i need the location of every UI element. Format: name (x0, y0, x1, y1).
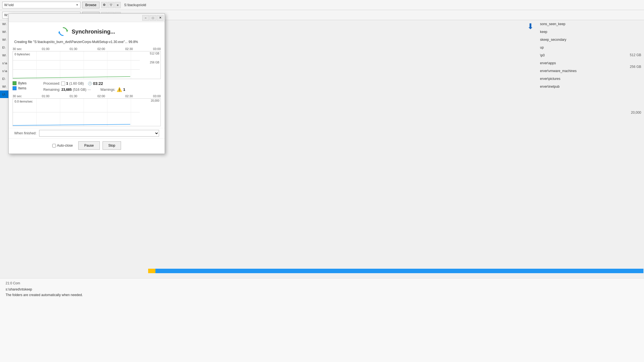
bytes-chart-x-labels: 30 sec 01:00 01:30 02:00 02:30 03:00 (13, 47, 161, 51)
processed-row: Processed: 1 (1.60 GB) 🕐 03:22 (43, 81, 161, 86)
path-row-1: W:\old ▼ Browse ⚙ ▽ ≡ S:\backups\old (0, 0, 644, 10)
items-legend-box (13, 86, 16, 90)
auto-close-label[interactable]: Auto-close (57, 144, 73, 147)
minimize-button[interactable]: − (142, 15, 149, 21)
blue-progress (155, 269, 643, 273)
legend-area: Bytes Items (13, 81, 43, 90)
file-icon (61, 82, 65, 85)
maximize-button[interactable]: □ (150, 15, 156, 21)
bytes-chart: 0 bytes/sec 512 GB 256 GB (13, 51, 161, 79)
left-path-input-1[interactable]: W:\old ▼ (2, 2, 80, 8)
items-chart-x-labels: 30 sec 01:00 01:30 02:00 02:30 03:00 (13, 94, 161, 98)
warning-icon: ⚠️ (117, 87, 122, 92)
when-finished-select[interactable]: Shut down Sleep Log off Exit (39, 130, 159, 137)
dialog-titlebar: − □ ✕ (9, 14, 165, 22)
dialog-header: Synchronising... (9, 22, 165, 40)
yellow-progress (148, 269, 155, 273)
dialog-title: Synchronising... (72, 28, 115, 35)
close-button[interactable]: ✕ (157, 15, 164, 21)
right-item-3: skeep_secondary (538, 36, 644, 44)
items-chart: 0.0 items/sec 20,000 (13, 98, 161, 126)
remaining-row: Remaining: 23,685 (516 GB) — Warnings: ⚠… (43, 87, 161, 92)
when-finished-row: When finished: Shut down Sleep Log off E… (9, 128, 165, 138)
stop-button[interactable]: Stop (103, 141, 121, 150)
options-icon-1[interactable]: ≡ (115, 2, 121, 8)
right-item-2: keep (538, 28, 644, 36)
auto-close-area: Auto-close (52, 144, 73, 147)
download-icon: ⬇ (527, 22, 534, 31)
processed-remaining: Processed: 1 (1.60 GB) 🕐 03:22 Remaining… (43, 81, 161, 92)
right-item-8: erver\pictures (538, 75, 644, 83)
svg-marker-0 (66, 30, 68, 32)
svg-marker-1 (58, 32, 60, 33)
bottom-status: 21:0 Com s:\shared\ntskeep The folders a… (0, 278, 644, 362)
settings-icon-1[interactable]: ⚙ (101, 2, 107, 8)
sync-icon (58, 27, 68, 37)
right-stat-1: 512 GB 256 GB 20,000 (630, 53, 641, 115)
right-item-1: sons_seen_keep (538, 20, 644, 28)
pause-button[interactable]: Pause (78, 141, 100, 150)
browse-button-1[interactable]: Browse (82, 2, 100, 8)
bytes-legend-box (13, 81, 16, 85)
right-item-9: erver\inetpub (538, 83, 644, 90)
auto-close-checkbox[interactable] (52, 144, 56, 147)
stats-area: Bytes Items Processed: 1 (1.60 GB) 🕐 03:… (9, 80, 165, 94)
right-panel: sons_seen_keep keep skeep_secondary up \… (538, 20, 644, 90)
dialog-status-text: Creating file "S:\backups\to_burn_dvd\Pa… (9, 40, 165, 47)
bytes-legend: Bytes (13, 81, 43, 85)
right-item-6: erver\apps (538, 59, 644, 67)
right-item-5: \p0 (538, 51, 644, 59)
timer-icon: 🕐 (88, 82, 92, 85)
toolbar-icons-1: ⚙ ▽ ≡ (101, 2, 121, 8)
buttons-row: Auto-close Pause Stop (9, 138, 165, 154)
items-legend: Items (13, 86, 43, 90)
right-item-7: erver\vmware_machines (538, 67, 644, 75)
right-item-4: up (538, 44, 644, 51)
sync-dialog: − □ ✕ Synchronising... Creating file "S:… (8, 13, 165, 154)
filter-icon-1[interactable]: ▽ (108, 2, 114, 8)
